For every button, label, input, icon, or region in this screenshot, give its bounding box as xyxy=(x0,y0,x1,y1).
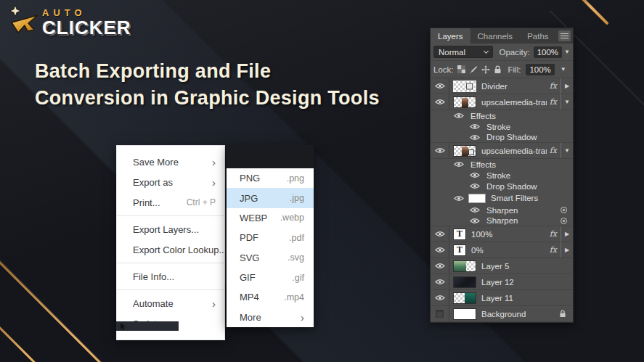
menu-item-label: Save More xyxy=(133,157,212,168)
fill-dropdown-icon[interactable]: ▼ xyxy=(561,66,566,73)
filter-options-icon[interactable] xyxy=(561,207,567,213)
panel-menu-icon[interactable] xyxy=(558,30,571,41)
format-item-gif[interactable]: GIF.gif xyxy=(227,268,314,287)
opacity-dropdown-icon[interactable]: ▼ xyxy=(564,49,570,55)
visibility-toggle[interactable] xyxy=(431,274,449,289)
expand-triangle[interactable]: ▶ xyxy=(561,78,573,94)
layer-row-smart-filters[interactable]: Smart Filters xyxy=(431,192,573,205)
layer-row-stroke[interactable]: Stroke xyxy=(431,170,573,181)
layers-list: Dividerfx▶upscalemedia-transformedfx▼Eff… xyxy=(431,78,573,322)
layer-thumbnail: T xyxy=(453,244,466,256)
layer-name: 0% xyxy=(471,246,547,255)
layer-thumbnail xyxy=(453,276,476,288)
layer-row-sharpen[interactable]: Sharpen xyxy=(431,205,573,215)
layer-row-layer-12[interactable]: Layer 12 xyxy=(431,274,573,290)
fill-value[interactable]: 100% xyxy=(526,64,554,75)
visibility-toggle[interactable] xyxy=(431,226,449,242)
opacity-value[interactable]: 100% xyxy=(534,46,562,58)
layer-row-divider[interactable]: Dividerfx▶ xyxy=(431,78,573,94)
format-item-jpg[interactable]: JPG.jpg xyxy=(227,188,314,207)
visibility-toggle[interactable] xyxy=(468,123,481,130)
menu-item-file-info[interactable]: File Info... xyxy=(117,266,224,287)
lock-row: Lock: Fill: 100% ▼ xyxy=(431,61,573,78)
layer-row-0[interactable]: T0%fx▶ xyxy=(431,242,573,258)
eye-icon xyxy=(470,218,480,224)
visibility-toggle[interactable] xyxy=(452,112,465,119)
layer-row-drop-shadow[interactable]: Drop Shadow xyxy=(431,132,573,143)
menu-item-export-as[interactable]: Export as› xyxy=(117,172,224,192)
tab-paths[interactable]: Paths xyxy=(520,28,555,44)
format-item-svg[interactable]: SVG.svg xyxy=(227,248,314,268)
submenu-arrow-icon: › xyxy=(301,312,304,323)
visibility-toggle[interactable] xyxy=(431,290,449,305)
format-item-png[interactable]: PNG.png xyxy=(227,168,314,188)
layer-row-layer-5[interactable]: Layer 5 xyxy=(431,258,573,274)
layer-row-effects[interactable]: Effects xyxy=(431,159,573,170)
format-item-webp[interactable]: WEBP.webp xyxy=(227,208,314,228)
format-extension: .mp4 xyxy=(284,292,304,303)
visibility-toggle[interactable] xyxy=(431,258,449,273)
tab-channels[interactable]: Channels xyxy=(470,28,521,44)
menu-item-automate[interactable]: Automate› xyxy=(117,293,224,313)
visibility-toggle[interactable] xyxy=(468,172,481,178)
lock-position-move-icon[interactable] xyxy=(481,65,490,74)
visibility-toggle[interactable] xyxy=(431,78,449,94)
visibility-toggle[interactable] xyxy=(431,94,449,110)
visibility-toggle[interactable] xyxy=(452,161,465,168)
format-item-more[interactable]: More› xyxy=(227,308,314,327)
fx-badge: fx xyxy=(550,146,557,155)
format-item-mp4[interactable]: MP4.mp4 xyxy=(227,287,314,307)
visibility-toggle[interactable] xyxy=(468,134,481,141)
eye-icon xyxy=(470,183,480,189)
layer-thumbnail xyxy=(453,96,476,108)
menu-item-print[interactable]: Print...Ctrl + P xyxy=(117,192,224,213)
layer-row-drop-shadow[interactable]: Drop Shadow xyxy=(431,181,573,192)
layer-row-upscalemedia-transformed[interactable]: upscalemedia-transformedfx▼ xyxy=(431,143,573,159)
menu-separator xyxy=(117,215,224,216)
eye-icon xyxy=(454,195,464,202)
visibility-toggle[interactable] xyxy=(468,207,481,213)
visibility-toggle[interactable] xyxy=(431,242,449,258)
expand-triangle[interactable]: ▶ xyxy=(561,242,573,258)
lock-all-padlock-icon[interactable] xyxy=(494,65,502,74)
logo-word-clicker: CLICKER xyxy=(42,17,131,39)
lock-transparency-checkerboard-icon[interactable] xyxy=(457,65,465,73)
layer-row-background[interactable]: Background xyxy=(431,306,573,322)
format-label: WEBP xyxy=(240,213,280,223)
layer-row-upscalemedia-transformed[interactable]: upscalemedia-transformedfx▼ xyxy=(431,94,573,110)
lock-pixels-brush-icon[interactable] xyxy=(469,65,478,74)
expand-triangle[interactable]: ▼ xyxy=(561,94,573,110)
visibility-toggle[interactable] xyxy=(452,195,465,202)
layer-name: Drop Shadow xyxy=(486,182,573,191)
visibility-toggle[interactable] xyxy=(431,143,449,158)
layer-row-sharpen[interactable]: Sharpen xyxy=(431,215,573,226)
gold-accent-line xyxy=(575,0,609,25)
visibility-toggle[interactable] xyxy=(468,183,481,189)
eye-icon xyxy=(435,263,445,269)
blend-mode-select[interactable]: Normal xyxy=(433,46,493,58)
menu-screenshot-edge xyxy=(116,321,179,331)
layer-row-stroke[interactable]: Stroke xyxy=(431,121,573,132)
expand-triangle[interactable]: ▶ xyxy=(561,226,573,242)
menu-item-save-more[interactable]: Save More› xyxy=(117,152,224,172)
layer-row-100[interactable]: T100%fx▶ xyxy=(431,226,573,242)
visibility-empty-box[interactable] xyxy=(436,310,444,318)
menu-item-export-color-lookup[interactable]: Export Color Lookup... xyxy=(117,239,224,260)
visibility-toggle[interactable] xyxy=(431,306,449,321)
layer-row-layer-11[interactable]: Layer 11 xyxy=(431,290,573,306)
tab-layers[interactable]: Layers xyxy=(431,28,470,44)
eye-icon xyxy=(470,172,480,178)
expand-triangle[interactable]: ▼ xyxy=(561,143,573,158)
format-extension: .jpg xyxy=(290,193,304,203)
layer-name: Divider xyxy=(481,82,547,91)
layer-row-effects[interactable]: Effects xyxy=(431,110,573,121)
format-item-pdf[interactable]: PDF.pdf xyxy=(227,228,314,247)
visibility-toggle[interactable] xyxy=(468,218,481,224)
menu-item-export-layers[interactable]: Export Layers... xyxy=(117,219,224,239)
filter-options-icon[interactable] xyxy=(561,218,567,224)
submenu-arrow-icon: › xyxy=(212,298,216,309)
title-line-2: Conversion in Graphic Design Tools xyxy=(35,87,380,109)
format-label: PNG xyxy=(240,173,287,184)
format-extension: .gif xyxy=(292,273,304,283)
export-format-list: PNG.pngJPG.jpgWEBP.webpPDF.pdfSVG.svgGIF… xyxy=(227,168,314,327)
